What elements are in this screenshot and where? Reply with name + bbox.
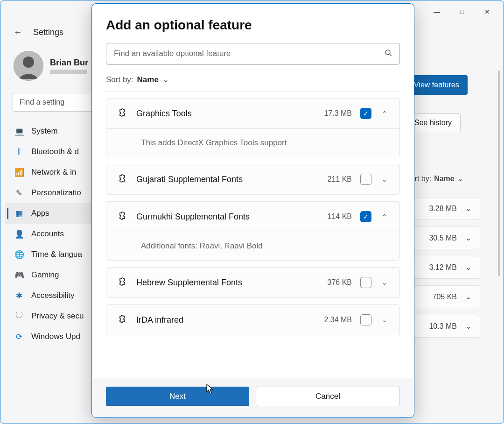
avatar	[14, 51, 43, 81]
feature-card: Gujarati Supplemental Fonts 211 KB ⌄	[106, 164, 400, 195]
scrollbar[interactable]	[498, 71, 500, 276]
bg-row-size: 3.28 MB	[429, 205, 457, 213]
sidebar-icon: 💻	[14, 127, 24, 136]
feature-row[interactable]: Hebrew Supplemental Fonts 376 KB ⌄	[106, 268, 399, 297]
feature-checkbox[interactable]	[360, 314, 371, 325]
search-icon	[385, 49, 392, 58]
feature-name: IrDA infrared	[136, 315, 315, 325]
feature-description: Additional fonts: Raavi, Raavi Bold	[106, 232, 399, 260]
sidebar-icon: ▦	[14, 209, 24, 218]
feature-description: This adds DirectX Graphics Tools support	[106, 128, 399, 157]
feature-row[interactable]: Gurmukhi Supplemental Fonts 114 KB ✓ ⌃	[106, 202, 399, 232]
content-right: View features See history Sort by: Name …	[406, 75, 490, 344]
add-feature-dialog: Add an optional feature Sort by: Name ⌄ …	[91, 3, 414, 418]
feature-size: 2.34 MB	[324, 316, 352, 324]
chevron-up-icon[interactable]: ⌃	[380, 110, 389, 117]
feature-row[interactable]: Gujarati Supplemental Fonts 211 KB ⌄	[106, 164, 399, 194]
feature-checkbox[interactable]	[360, 277, 371, 288]
sidebar-icon: 🛡	[14, 311, 24, 321]
feature-size: 17.3 MB	[324, 109, 352, 118]
user-email-redacted	[50, 70, 87, 74]
sidebar-icon: 👤	[14, 229, 24, 239]
bg-feature-row[interactable]: 3.12 MB⌄	[406, 256, 480, 279]
cancel-button[interactable]: Cancel	[256, 387, 400, 406]
feature-card: IrDA infrared 2.34 MB ⌄	[106, 304, 400, 335]
bg-feature-row[interactable]: 10.3 MB⌄	[406, 315, 480, 338]
sidebar-icon: 🎮	[14, 270, 24, 280]
chevron-down-icon: ⌄	[457, 174, 463, 183]
maximize-button[interactable]: □	[451, 4, 473, 19]
search-row[interactable]	[106, 43, 400, 64]
sidebar-item-label: System	[31, 127, 58, 136]
bg-sort[interactable]: Sort by: Name ⌄	[406, 174, 490, 183]
sort-value: Name	[137, 75, 159, 85]
sort-row[interactable]: Sort by: Name ⌄	[106, 75, 400, 85]
bg-feature-row[interactable]: 3.28 MB⌄	[406, 197, 480, 220]
sidebar-item-label: Privacy & secu	[31, 311, 84, 321]
bg-row-size: 705 KB	[433, 293, 457, 301]
sidebar-item-label: Accessibility	[31, 291, 75, 300]
puzzle-icon	[117, 108, 128, 119]
minimize-button[interactable]: —	[426, 4, 448, 19]
sidebar-icon: 🌐	[14, 250, 24, 259]
sidebar-item-label: Gaming	[31, 270, 59, 280]
bg-feature-row[interactable]: 705 KB⌄	[406, 285, 480, 308]
feature-card: Graphics Tools 17.3 MB ✓ ⌃ This adds Dir…	[106, 98, 400, 157]
feature-size: 211 KB	[328, 175, 352, 184]
sidebar-item-label: Personalizatio	[31, 188, 81, 198]
sidebar-item-label: Network & in	[31, 168, 76, 177]
back-button[interactable]: ←	[14, 28, 22, 37]
feature-checkbox[interactable]: ✓	[360, 108, 371, 119]
sidebar-icon: ✱	[14, 291, 24, 300]
dialog-title: Add an optional feature	[106, 18, 400, 33]
search-input[interactable]	[114, 49, 385, 58]
feature-name: Gurmukhi Supplemental Fonts	[136, 212, 319, 222]
svg-point-1	[23, 57, 34, 68]
sidebar-icon: ✎	[14, 188, 24, 198]
feature-checkbox[interactable]: ✓	[360, 211, 371, 222]
feature-name: Hebrew Supplemental Fonts	[136, 278, 319, 288]
feature-row[interactable]: IrDA infrared 2.34 MB ⌄	[106, 305, 399, 335]
chevron-down-icon: ⌄	[465, 204, 471, 213]
next-button[interactable]: Next	[106, 387, 249, 406]
chevron-down-icon[interactable]: ⌄	[380, 316, 389, 324]
close-button[interactable]: ✕	[476, 4, 498, 19]
sidebar-item-label: Time & langua	[31, 250, 82, 259]
sidebar-icon: ᛒ	[14, 147, 24, 156]
sidebar-item-label: Accounts	[31, 229, 64, 239]
dialog-footer: Next Cancel	[92, 378, 414, 417]
feature-name: Gujarati Supplemental Fonts	[136, 175, 319, 184]
puzzle-icon	[117, 277, 128, 288]
bg-feature-row[interactable]: 30.5 MB⌄	[406, 226, 480, 249]
bg-row-size: 30.5 MB	[429, 234, 457, 242]
feature-row[interactable]: Graphics Tools 17.3 MB ✓ ⌃	[106, 99, 399, 128]
chevron-up-icon[interactable]: ⌃	[380, 213, 389, 220]
feature-card: Gurmukhi Supplemental Fonts 114 KB ✓ ⌃ A…	[106, 201, 400, 261]
svg-line-3	[390, 54, 392, 56]
chevron-down-icon: ⌄	[465, 233, 471, 242]
chevron-down-icon: ⌄	[465, 292, 471, 301]
sidebar-item-label: Apps	[31, 209, 49, 218]
puzzle-icon	[117, 211, 128, 222]
sidebar-item-label: Windows Upd	[31, 332, 80, 341]
feature-checkbox[interactable]	[360, 174, 371, 185]
feature-name: Graphics Tools	[136, 109, 315, 119]
chevron-down-icon[interactable]: ⌄	[380, 279, 389, 286]
sidebar-icon: ⟳	[14, 332, 24, 341]
find-setting-placeholder: Find a setting	[20, 98, 64, 106]
sidebar-item-label: Bluetooth & d	[31, 147, 79, 156]
bg-row-size: 3.12 MB	[429, 263, 457, 272]
user-name: Brian Bur	[50, 58, 88, 68]
chevron-down-icon: ⌄	[465, 263, 471, 272]
sort-label: Sort by:	[106, 75, 133, 85]
chevron-down-icon[interactable]: ⌄	[380, 176, 389, 183]
app-title: Settings	[33, 28, 63, 37]
bg-row-size: 10.3 MB	[429, 322, 457, 331]
view-features-button[interactable]: View features	[406, 75, 468, 95]
svg-point-2	[385, 50, 390, 55]
chevron-down-icon: ⌄	[162, 75, 169, 85]
puzzle-icon	[117, 174, 128, 185]
feature-list: Graphics Tools 17.3 MB ✓ ⌃ This adds Dir…	[106, 91, 400, 335]
sidebar-icon: 📶	[14, 168, 24, 177]
feature-size: 376 KB	[328, 278, 352, 287]
